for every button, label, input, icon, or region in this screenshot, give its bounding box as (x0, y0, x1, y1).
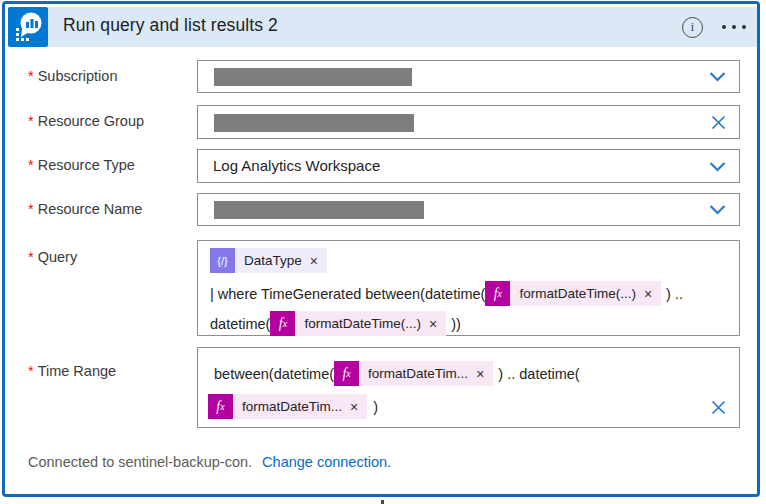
required-asterisk: * (28, 157, 34, 173)
time-range-text: between(datetime( (214, 366, 334, 382)
token-label: formatDateTim... (368, 366, 468, 381)
resource-name-label: *Resource Name (28, 201, 142, 217)
token-close-icon[interactable]: × (310, 253, 318, 269)
chevron-down-icon[interactable] (709, 72, 726, 82)
redacted-value-bar (214, 114, 414, 132)
time-range-text: ) (373, 399, 378, 415)
time-range-text: ) .. datetime( (498, 366, 579, 382)
clear-icon[interactable] (711, 400, 726, 415)
token-close-icon[interactable]: × (350, 399, 358, 415)
expression-token[interactable]: fx formatDateTime(...)× (485, 281, 661, 306)
resource-group-label: *Resource Group (28, 113, 144, 129)
query-text: )) (451, 316, 461, 332)
action-title: Run query and list results 2 (63, 15, 278, 36)
redacted-value-bar (214, 201, 424, 219)
query-label: *Query (28, 249, 77, 265)
token-close-icon[interactable]: × (429, 316, 437, 332)
expression-token[interactable]: fx formatDateTim...× (208, 394, 367, 419)
token-close-icon[interactable]: × (476, 366, 484, 382)
resource-group-input[interactable] (197, 105, 740, 139)
resource-name-dropdown[interactable] (197, 193, 740, 226)
token-label: formatDateTime(...) (304, 316, 421, 331)
chevron-down-icon[interactable] (709, 162, 726, 172)
token-label: DataType (244, 253, 302, 268)
chevron-down-icon[interactable] (709, 205, 726, 215)
connection-status: Connected to sentinel-backup-con. (28, 454, 252, 470)
required-asterisk: * (28, 68, 34, 84)
token-label: formatDateTim... (242, 399, 342, 414)
change-connection-link[interactable]: Change connection. (262, 454, 391, 470)
token-label: formatDateTime(...) (519, 286, 636, 301)
query-text: ) .. (666, 286, 683, 302)
required-asterisk: * (28, 249, 34, 265)
resource-type-dropdown[interactable]: Log Analytics Workspace (197, 149, 740, 183)
time-range-label: *Time Range (28, 363, 116, 379)
fx-icon: fx (270, 311, 295, 336)
fx-icon: fx (485, 281, 510, 306)
query-editor[interactable]: {/} DataType× | where TimeGenerated betw… (197, 240, 740, 336)
expression-token[interactable]: fx formatDateTime(...)× (270, 311, 446, 336)
expression-token[interactable]: fx formatDateTim...× (334, 361, 493, 386)
connection-footer: Connected to sentinel-backup-con. Change… (28, 454, 391, 470)
subscription-label: *Subscription (28, 68, 117, 84)
designer-canvas: Run query and list results 2 i *Subscrip… (0, 0, 766, 504)
connector-line (381, 500, 384, 504)
fx-icon: fx (208, 394, 233, 419)
info-icon[interactable]: i (682, 17, 703, 38)
azure-monitor-logs-icon (8, 7, 48, 47)
resource-type-value: Log Analytics Workspace (213, 157, 380, 174)
query-text: | where TimeGenerated between(datetime( (210, 286, 485, 302)
subscription-dropdown[interactable] (197, 60, 740, 93)
query-text: datetime( (210, 316, 270, 332)
more-menu-icon[interactable] (722, 25, 746, 29)
required-asterisk: * (28, 201, 34, 217)
braces-icon: {/} (210, 248, 235, 273)
required-asterisk: * (28, 363, 34, 379)
time-range-input[interactable]: between(datetime( fx formatDateTim...× )… (197, 347, 740, 428)
redacted-value-bar (214, 68, 412, 86)
required-asterisk: * (28, 113, 34, 129)
dynamic-content-token[interactable]: {/} DataType× (210, 248, 327, 273)
clear-icon[interactable] (711, 115, 726, 130)
resource-type-label: *Resource Type (28, 157, 135, 173)
fx-icon: fx (334, 361, 359, 386)
token-close-icon[interactable]: × (644, 286, 652, 302)
